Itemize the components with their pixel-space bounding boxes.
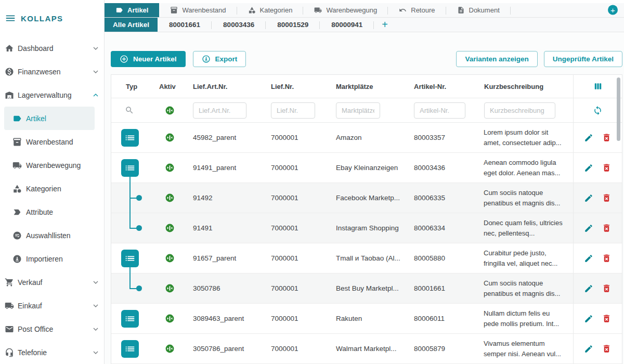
- subtab-80003436[interactable]: 80003436: [212, 18, 266, 32]
- box-icon: [170, 6, 178, 14]
- table-row[interactable]: 91491_parent7000001Ebay Kleinanzeigen800…: [111, 153, 622, 183]
- row-actions-cell: [573, 183, 622, 213]
- tab-label: Warenbestand: [182, 6, 226, 14]
- tab-artikel[interactable]: Artikel: [105, 3, 159, 17]
- columns-icon[interactable]: [593, 81, 603, 92]
- table-row[interactable]: 30507867000001Best Buy Marketpl...800016…: [111, 274, 622, 304]
- trash-icon: [602, 283, 612, 293]
- chevron-down-icon: [92, 302, 100, 310]
- artikel-nr-cell: 80006334: [408, 213, 478, 243]
- sidebar-item-dashboard[interactable]: Dashboard: [0, 36, 104, 60]
- sidebar-item-einkauf[interactable]: Einkauf: [0, 294, 104, 317]
- tab-retoure[interactable]: Retoure: [388, 3, 446, 17]
- edit-button[interactable]: [584, 254, 593, 263]
- lief-art-nr-cell: 45982_parent: [187, 123, 265, 152]
- sidebar-item-verkauf[interactable]: Verkauf: [0, 270, 104, 294]
- kurzbeschreibung-cell: Lorem ipsum dolor sit amet, consectetuer…: [478, 123, 573, 152]
- add-module-button[interactable]: +: [608, 5, 618, 15]
- add-article-tab-button[interactable]: +: [374, 18, 396, 32]
- filter-input-liefartnr[interactable]: [193, 102, 246, 119]
- sidebar-item-label: Telefonie: [18, 348, 92, 357]
- sidebar-item-telefonie[interactable]: Telefonie: [0, 341, 104, 364]
- export-button[interactable]: Export: [193, 51, 246, 67]
- table-row[interactable]: 3050786_parent7000001Walmart Marketpl...…: [111, 334, 622, 364]
- tag-icon: [115, 6, 123, 14]
- row-actions-cell: [573, 153, 622, 183]
- filter-input-marktpltze[interactable]: [336, 102, 380, 119]
- delete-button[interactable]: [602, 344, 612, 354]
- subtab-80001661[interactable]: 80001661: [158, 18, 212, 32]
- edit-button[interactable]: [584, 344, 593, 354]
- delete-button[interactable]: [602, 163, 612, 173]
- filter-cell-3: [408, 98, 478, 122]
- chevron-down-icon: [92, 278, 100, 287]
- edit-button[interactable]: [584, 163, 593, 173]
- delete-button[interactable]: [602, 314, 612, 323]
- table-row[interactable]: 45982_parent7000001Amazon80003357Lorem i…: [111, 123, 622, 153]
- subtab-label: 80001661: [169, 21, 200, 29]
- box-icon: [12, 137, 22, 147]
- edit-button[interactable]: [584, 284, 593, 293]
- checklist-circle-icon: [12, 231, 22, 240]
- delete-button[interactable]: [602, 133, 612, 142]
- row-type-list-button[interactable]: [121, 310, 139, 328]
- lief-nr-cell: 7000001: [265, 274, 330, 303]
- filter-input-kurzbeschreibung[interactable]: [484, 102, 555, 119]
- sidebar-item-importieren[interactable]: Importieren: [0, 247, 104, 270]
- hamburger-menu-icon[interactable]: [5, 12, 16, 24]
- tab-dokument[interactable]: Dokument: [446, 3, 511, 17]
- sidebar-item-lagerverwaltung[interactable]: Lagerverwaltung: [0, 83, 104, 107]
- sidebar-item-attribute[interactable]: Attribute: [0, 200, 104, 224]
- table-scrollbar-thumb[interactable]: [617, 77, 620, 141]
- subtab-alle-artikel[interactable]: Alle Artikel: [105, 18, 158, 32]
- delete-button[interactable]: [602, 223, 612, 233]
- sidebar-item-warenbestand[interactable]: Warenbestand: [0, 130, 104, 153]
- show-variants-button[interactable]: Varianten anzeigen: [456, 51, 537, 67]
- tab-warenbewegung[interactable]: Warenbewegung: [303, 3, 388, 17]
- download-circle-icon: [202, 55, 211, 63]
- filter-input-artikelnr[interactable]: [414, 102, 465, 119]
- sidebar-item-post-office[interactable]: Post Office: [0, 317, 104, 341]
- chevron-down-icon: [92, 325, 100, 333]
- kurzbeschreibung-cell: Donec quam felis, ultricies nec, pellent…: [478, 213, 573, 243]
- row-type-list-button[interactable]: [121, 250, 139, 267]
- table-row[interactable]: 91657_parent7000001Tmall и Taobao (Al...…: [111, 243, 622, 274]
- pencil-icon: [584, 224, 593, 233]
- trash-icon: [602, 344, 612, 354]
- delete-button[interactable]: [602, 283, 612, 293]
- sidebar-item-kategorien[interactable]: Kategorien: [0, 177, 104, 200]
- row-type-list-button[interactable]: [121, 129, 139, 147]
- row-type-list-button[interactable]: [121, 159, 139, 177]
- sidebar-item-finanzwesen[interactable]: Finanzwesen: [0, 60, 104, 83]
- edit-button[interactable]: [584, 193, 593, 203]
- table-row[interactable]: 914917000001Instagram Shopping80006334Do…: [111, 213, 622, 243]
- row-type-list-button[interactable]: [121, 340, 139, 358]
- delete-button[interactable]: [602, 193, 612, 203]
- table-row[interactable]: 914927000001Facebook Marketp...80006335C…: [111, 183, 622, 213]
- unchecked-articles-button[interactable]: Ungeprüfte Artikel: [544, 51, 622, 67]
- edit-button[interactable]: [584, 133, 593, 142]
- chevron-down-icon: [92, 44, 100, 53]
- subtab-80000941[interactable]: 80000941: [320, 18, 374, 32]
- delete-button[interactable]: [602, 253, 612, 263]
- sidebar-item-auswahllisten[interactable]: Auswahllisten: [0, 224, 104, 247]
- new-article-button[interactable]: Neuer Artikel: [111, 51, 186, 67]
- tab-warenbestand[interactable]: Warenbestand: [159, 3, 237, 17]
- refresh-cell: [573, 98, 622, 122]
- active-status-icon: [165, 253, 175, 263]
- edit-button[interactable]: [584, 224, 593, 233]
- filter-input-liefnr[interactable]: [271, 102, 315, 119]
- active-filter-icon[interactable]: [165, 106, 175, 115]
- sidebar-item-artikel[interactable]: Artikel: [4, 107, 95, 130]
- edit-button[interactable]: [584, 314, 593, 323]
- table-row[interactable]: 3089463_parent7000001Rakuten80006011Null…: [111, 304, 622, 334]
- tab-kategorien[interactable]: Kategorien: [237, 3, 304, 17]
- main-area: ArtikelWarenbestandKategorienWarenbewegu…: [105, 0, 624, 364]
- refresh-icon[interactable]: [593, 106, 603, 115]
- active-status-icon: [165, 344, 175, 354]
- subtab-80001529[interactable]: 80001529: [266, 18, 320, 32]
- sidebar-item-warenbewegung[interactable]: Warenbewegung: [0, 153, 104, 177]
- column-header-4: Marktplätze: [330, 75, 408, 98]
- chevron-down-icon: [92, 68, 100, 76]
- dollar-circle-icon: [5, 67, 14, 76]
